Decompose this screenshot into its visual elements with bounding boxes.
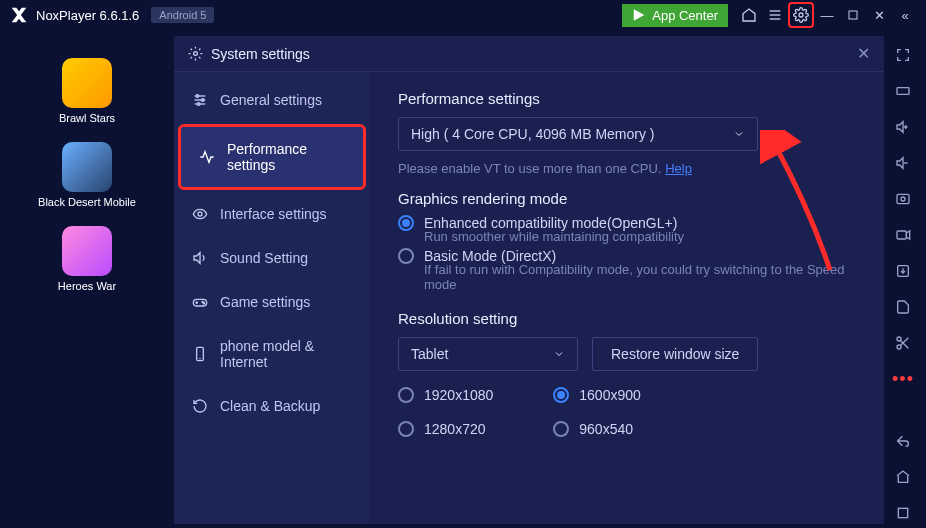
radio-icon: [553, 387, 569, 403]
radio-label: 1280x720: [424, 421, 486, 437]
graphics-opt2-sub: If fail to run with Compatibility mode, …: [424, 262, 856, 292]
resolution-opt-1600[interactable]: 1600x900: [553, 387, 641, 403]
app-icon: [62, 58, 112, 108]
radio-icon: [398, 421, 414, 437]
app-tile-brawl-stars[interactable]: Brawl Stars: [59, 58, 115, 124]
volume-up-icon[interactable]: [892, 116, 914, 138]
resolution-dropdown[interactable]: Tablet: [398, 337, 578, 371]
svg-rect-37: [898, 508, 907, 517]
nav-label: General settings: [220, 92, 322, 108]
eye-icon: [192, 206, 208, 222]
nav-label: Interface settings: [220, 206, 327, 222]
close-icon[interactable]: ✕: [866, 2, 892, 28]
app-center-label: App Center: [652, 8, 718, 23]
nav-phone-internet[interactable]: phone model & Internet: [174, 324, 370, 384]
svg-rect-21: [897, 88, 909, 95]
nav-label: Clean & Backup: [220, 398, 320, 414]
apk-install-icon[interactable]: [892, 260, 914, 282]
maximize-icon[interactable]: [840, 2, 866, 28]
titlebar: NoxPlayer 6.6.1.6 Android 5 App Center —…: [0, 0, 926, 30]
record-icon[interactable]: [892, 224, 914, 246]
system-settings-dialog: System settings ✕ General settings Perfo…: [174, 36, 884, 524]
nav-interface-settings[interactable]: Interface settings: [174, 192, 370, 236]
svg-marker-22: [897, 122, 903, 133]
app-icon: [62, 142, 112, 192]
vt-hint: Please enable VT to use more than one CP…: [398, 161, 856, 176]
resolution-opt-1280[interactable]: 1280x720: [398, 421, 493, 437]
phone-icon: [192, 346, 208, 362]
svg-point-3: [799, 13, 803, 17]
performance-dropdown[interactable]: High ( 4 Core CPU, 4096 MB Memory ): [398, 117, 758, 151]
radio-icon: [398, 248, 414, 264]
home-icon[interactable]: [736, 2, 762, 28]
nav-game-settings[interactable]: Game settings: [174, 280, 370, 324]
nav-performance-settings[interactable]: Performance settings: [178, 124, 366, 190]
svg-rect-4: [849, 11, 857, 19]
svg-point-5: [194, 52, 198, 56]
collapse-icon[interactable]: «: [892, 2, 918, 28]
refresh-icon: [192, 398, 208, 414]
svg-point-34: [897, 345, 901, 349]
app-tile-black-desert[interactable]: Black Desert Mobile: [38, 142, 136, 208]
nav-label: phone model & Internet: [220, 338, 352, 370]
chevron-down-icon: [553, 348, 565, 360]
restore-window-size-button[interactable]: Restore window size: [592, 337, 758, 371]
back-icon[interactable]: [892, 430, 914, 452]
app-shortcut-column: Brawl Stars Black Desert Mobile Heroes W…: [0, 30, 174, 528]
vt-help-link[interactable]: Help: [665, 161, 692, 176]
settings-gear-icon[interactable]: [788, 2, 814, 28]
radio-icon: [553, 421, 569, 437]
fullscreen-icon[interactable]: [892, 44, 914, 66]
radio-label: 1600x900: [579, 387, 641, 403]
sound-icon: [192, 250, 208, 266]
svg-marker-30: [906, 231, 909, 239]
nox-logo-icon: [8, 4, 30, 26]
settings-dialog-header: System settings ✕: [174, 36, 884, 72]
nav-sound-setting[interactable]: Sound Setting: [174, 236, 370, 280]
nav-clean-backup[interactable]: Clean & Backup: [174, 384, 370, 428]
graphics-opt1-sub: Run smoother while maintaining compatibi…: [424, 229, 856, 244]
pulse-icon: [199, 149, 215, 165]
resolution-opt-960[interactable]: 960x540: [553, 421, 641, 437]
app-label: Black Desert Mobile: [38, 196, 136, 208]
volume-down-icon[interactable]: [892, 152, 914, 174]
radio-label: 1920x1080: [424, 387, 493, 403]
settings-close-icon[interactable]: ✕: [857, 44, 870, 63]
minimize-icon[interactable]: —: [814, 2, 840, 28]
radio-icon: [398, 387, 414, 403]
gamepad-icon: [192, 294, 208, 310]
dropdown-value: Tablet: [411, 346, 448, 362]
dropdown-value: High ( 4 Core CPU, 4096 MB Memory ): [411, 126, 655, 142]
settings-content-panel: Performance settings High ( 4 Core CPU, …: [370, 72, 884, 524]
scissors-icon[interactable]: [892, 332, 914, 354]
keyboard-icon[interactable]: [892, 80, 914, 102]
home-nav-icon[interactable]: [892, 466, 914, 488]
screenshot-icon[interactable]: [892, 188, 914, 210]
right-toolbar: •••: [884, 36, 922, 524]
app-title: NoxPlayer 6.6.1.6: [36, 8, 139, 23]
menu-icon[interactable]: [762, 2, 788, 28]
graphics-heading: Graphics rendering mode: [398, 190, 856, 207]
nav-label: Sound Setting: [220, 250, 308, 266]
svg-rect-29: [897, 231, 906, 239]
file-manager-icon[interactable]: [892, 296, 914, 318]
android-badge[interactable]: Android 5: [151, 7, 214, 23]
settings-title: System settings: [211, 46, 310, 62]
resolution-opt-1920[interactable]: 1920x1080: [398, 387, 493, 403]
nav-general-settings[interactable]: General settings: [174, 78, 370, 122]
nav-label: Game settings: [220, 294, 310, 310]
app-label: Brawl Stars: [59, 112, 115, 124]
recents-icon[interactable]: [892, 502, 914, 524]
app-tile-heroes-war[interactable]: Heroes War: [58, 226, 116, 292]
play-store-icon: [632, 8, 646, 22]
app-center-button[interactable]: App Center: [622, 4, 728, 27]
more-dots-icon[interactable]: •••: [892, 368, 914, 390]
gear-icon: [188, 46, 203, 61]
svg-point-18: [203, 303, 204, 304]
svg-marker-25: [897, 158, 903, 169]
app-icon: [62, 226, 112, 276]
svg-marker-13: [194, 253, 200, 264]
radio-icon: [398, 215, 414, 231]
svg-point-33: [897, 337, 901, 341]
chevron-down-icon: [733, 128, 745, 140]
